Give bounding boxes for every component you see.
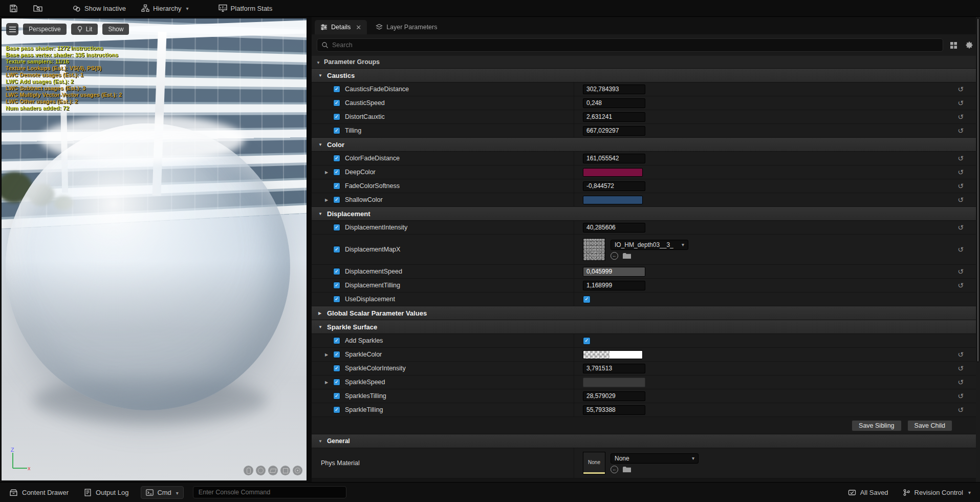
color-swatch[interactable]: [583, 168, 643, 177]
preview-mesh-custom-button[interactable]: [293, 466, 302, 475]
value-input[interactable]: [583, 126, 645, 136]
preview-mesh-sphere-button[interactable]: [256, 466, 266, 475]
value-input[interactable]: [583, 267, 645, 277]
expander-icon[interactable]: ▶: [325, 352, 333, 357]
texture-asset-dropdown[interactable]: IO_HM_depth03__3_: [611, 240, 688, 250]
settings-button[interactable]: [964, 39, 975, 51]
search-input[interactable]: [332, 41, 939, 49]
all-saved-button[interactable]: All Saved: [845, 487, 891, 498]
override-checkbox[interactable]: [333, 155, 340, 162]
override-checkbox[interactable]: [333, 406, 340, 413]
reset-to-default-button[interactable]: [957, 99, 964, 107]
expander-icon[interactable]: ▶: [325, 198, 333, 202]
category-header-color[interactable]: ▼Color: [312, 138, 976, 152]
phys-material-thumbnail[interactable]: None: [583, 452, 605, 474]
display-filter-button[interactable]: [948, 39, 959, 51]
revision-control-button[interactable]: Revision Control: [900, 487, 974, 498]
value-checkbox[interactable]: [583, 296, 591, 303]
browse-to-asset-button[interactable]: [29, 2, 47, 14]
parameter-groups-header[interactable]: Parameter Groups: [312, 56, 976, 69]
value-checkbox[interactable]: [583, 337, 591, 345]
reset-to-default-button[interactable]: [957, 196, 964, 204]
cmd-dropdown[interactable]: Cmd: [141, 486, 183, 499]
expander-icon[interactable]: ▶: [325, 170, 333, 175]
override-checkbox[interactable]: [333, 337, 340, 344]
reset-to-default-button[interactable]: [957, 406, 964, 414]
texture-thumbnail[interactable]: [583, 238, 605, 261]
color-swatch[interactable]: [583, 350, 643, 359]
viewport-menu-button[interactable]: [6, 23, 18, 35]
save-child-button[interactable]: Save Child: [907, 420, 952, 431]
expander-icon[interactable]: ▶: [325, 380, 333, 385]
override-checkbox[interactable]: [333, 127, 340, 134]
perspective-button[interactable]: Perspective: [23, 24, 67, 35]
platform-stats-button[interactable]: Platform Stats: [214, 2, 277, 14]
override-checkbox[interactable]: [333, 268, 340, 275]
value-input[interactable]: [583, 364, 645, 373]
category-header-caustics[interactable]: ▼Caustics: [312, 69, 976, 82]
override-checkbox[interactable]: [333, 169, 340, 176]
override-checkbox[interactable]: [333, 246, 340, 253]
preview-mesh-plane-button[interactable]: [268, 466, 278, 475]
value-input[interactable]: [583, 98, 645, 108]
reset-to-default-button[interactable]: [957, 350, 964, 359]
browse-to-asset-icon[interactable]: [623, 466, 631, 472]
value-input[interactable]: [583, 154, 645, 163]
category-header-sparkle-surface[interactable]: ▼Sparkle Surface: [312, 320, 976, 334]
use-selected-asset-icon[interactable]: [611, 252, 618, 260]
override-checkbox[interactable]: [333, 365, 340, 372]
reset-to-default-button[interactable]: [957, 182, 964, 190]
value-input[interactable]: [583, 281, 645, 290]
reset-to-default-button[interactable]: [957, 378, 964, 386]
reset-to-default-button[interactable]: [957, 127, 964, 135]
value-input[interactable]: [583, 112, 645, 122]
content-drawer-button[interactable]: Content Drawer: [6, 487, 72, 498]
reset-to-default-button[interactable]: [957, 113, 964, 121]
reset-to-default-button[interactable]: [957, 85, 964, 93]
override-checkbox[interactable]: [333, 196, 340, 203]
override-checkbox[interactable]: [333, 224, 340, 231]
override-checkbox[interactable]: [333, 296, 340, 303]
category-header-displacement[interactable]: ▼Displacement: [312, 207, 976, 221]
reset-to-default-button[interactable]: [957, 267, 964, 276]
override-checkbox[interactable]: [333, 282, 340, 289]
override-checkbox[interactable]: [333, 182, 340, 190]
reset-to-default-button[interactable]: [957, 364, 964, 372]
lit-mode-button[interactable]: Lit: [71, 24, 98, 35]
reset-to-default-button[interactable]: [957, 281, 964, 289]
save-button[interactable]: [5, 2, 22, 15]
override-checkbox[interactable]: [333, 99, 340, 107]
tab-details[interactable]: Details: [315, 20, 367, 34]
scrollbar-thumb[interactable]: [976, 18, 979, 362]
reset-to-default-button[interactable]: [957, 223, 964, 232]
value-input[interactable]: [583, 223, 645, 233]
tab-layer-parameters[interactable]: Layer Parameters: [370, 20, 443, 34]
category-header-global-scalar-parameter-values[interactable]: ▶Global Scalar Parameter Values: [312, 306, 976, 320]
details-scrollbar[interactable]: [976, 17, 980, 482]
show-menu-button[interactable]: Show: [102, 24, 129, 35]
category-header-general[interactable]: General: [312, 434, 976, 448]
save-sibling-button[interactable]: Save Sibling: [852, 420, 902, 431]
override-checkbox[interactable]: [333, 392, 340, 400]
reset-to-default-button[interactable]: [957, 392, 964, 400]
override-checkbox[interactable]: [333, 351, 340, 358]
color-swatch[interactable]: [583, 196, 643, 204]
override-checkbox[interactable]: [333, 86, 340, 93]
panel-splitter[interactable]: [307, 17, 312, 482]
use-selected-asset-icon[interactable]: [611, 466, 618, 473]
preview-mesh-cylinder-button[interactable]: [244, 466, 253, 475]
browse-to-asset-icon[interactable]: [623, 253, 631, 259]
reset-to-default-button[interactable]: [957, 168, 964, 176]
value-input[interactable]: [583, 391, 645, 401]
hierarchy-button[interactable]: Hierarchy: [137, 2, 193, 14]
material-preview-viewport[interactable]: Perspective Lit Show Base pass shader: 1…: [1, 18, 307, 481]
override-checkbox[interactable]: [333, 113, 340, 120]
override-checkbox[interactable]: [333, 379, 340, 386]
console-command-input[interactable]: [193, 486, 346, 498]
value-input[interactable]: [583, 181, 645, 191]
phys-material-dropdown[interactable]: None: [611, 453, 699, 464]
value-input[interactable]: [583, 405, 645, 415]
show-inactive-button[interactable]: Show Inactive: [68, 3, 130, 14]
value-input[interactable]: [583, 85, 645, 94]
preview-mesh-cube-button[interactable]: [280, 466, 290, 475]
